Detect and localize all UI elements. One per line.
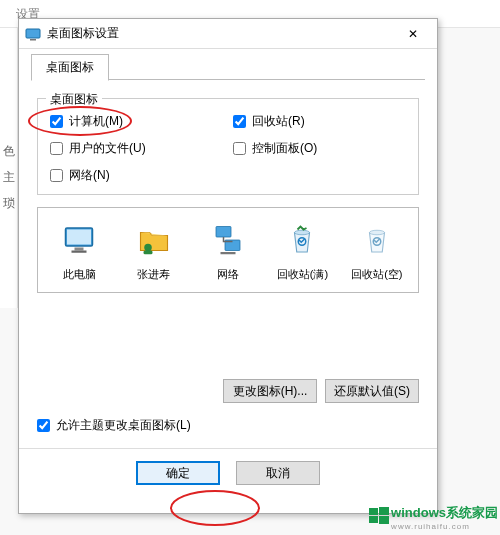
desktop-icons-dialog: 桌面图标设置 ✕ 桌面图标 桌面图标 计算机(M) 回收站(R) — [18, 18, 438, 514]
settings-sidebar: 色 主 琐 — [0, 28, 18, 308]
svg-rect-18 — [379, 516, 389, 524]
watermark: windows系统家园 www.ruihaifu.com — [369, 504, 498, 531]
dialog-icon — [25, 26, 41, 42]
close-icon: ✕ — [408, 27, 418, 41]
svg-rect-1 — [30, 39, 36, 41]
checkbox-computer[interactable]: 计算机(M) — [50, 113, 223, 130]
icon-label: 此电脑 — [63, 267, 96, 282]
svg-rect-3 — [67, 230, 91, 245]
checkbox-label: 计算机(M) — [69, 113, 123, 130]
icon-label: 回收站(空) — [351, 267, 402, 282]
svg-rect-4 — [75, 248, 84, 251]
folder-user-icon — [136, 222, 172, 261]
tab-desktop-icons[interactable]: 桌面图标 — [31, 54, 109, 81]
restore-default-button[interactable]: 还原默认值(S) — [325, 379, 419, 403]
dialog-titlebar: 桌面图标设置 ✕ — [19, 19, 437, 49]
windows-logo-icon — [369, 506, 389, 529]
groupbox-label: 桌面图标 — [46, 91, 102, 108]
icon-user-folder[interactable]: 张进寿 — [116, 218, 190, 286]
icon-recycle-empty[interactable]: 回收站(空) — [340, 218, 414, 286]
checkbox-recycle-bin[interactable]: 回收站(R) — [233, 113, 406, 130]
checkbox-network[interactable]: 网络(N) — [50, 167, 223, 184]
icon-preview-panel: 此电脑 张进寿 网络 回收站(满) — [37, 207, 419, 293]
checkbox-label: 允许主题更改桌面图标(L) — [56, 417, 191, 434]
icon-label: 张进寿 — [137, 267, 170, 282]
desktop-icons-group: 桌面图标 计算机(M) 回收站(R) 用户的文件(U) 控制面板(O) — [37, 98, 419, 195]
svg-rect-17 — [369, 516, 378, 523]
icon-this-pc[interactable]: 此电脑 — [42, 218, 116, 286]
cancel-button[interactable]: 取消 — [236, 461, 320, 485]
svg-point-11 — [295, 230, 310, 235]
checkbox-computer-input[interactable] — [50, 115, 63, 128]
icon-recycle-full[interactable]: 回收站(满) — [265, 218, 339, 286]
checkbox-allow-themes[interactable]: 允许主题更改桌面图标(L) — [37, 417, 419, 434]
checkbox-label: 回收站(R) — [252, 113, 305, 130]
svg-rect-16 — [379, 507, 389, 515]
svg-rect-0 — [26, 29, 40, 38]
icon-label: 回收站(满) — [277, 267, 328, 282]
checkbox-label: 用户的文件(U) — [69, 140, 146, 157]
svg-point-13 — [369, 230, 384, 235]
svg-rect-10 — [221, 252, 236, 254]
checkbox-user-files-input[interactable] — [50, 142, 63, 155]
monitor-icon — [61, 222, 97, 261]
svg-rect-5 — [72, 251, 87, 253]
checkbox-label: 网络(N) — [69, 167, 110, 184]
icon-network[interactable]: 网络 — [191, 218, 265, 286]
checkbox-user-files[interactable]: 用户的文件(U) — [50, 140, 223, 157]
svg-point-6 — [144, 244, 152, 252]
recycle-bin-empty-icon — [359, 222, 395, 261]
dialog-tabstrip: 桌面图标 — [19, 49, 437, 80]
checkbox-allow-themes-input[interactable] — [37, 419, 50, 432]
checkbox-control-panel-input[interactable] — [233, 142, 246, 155]
close-button[interactable]: ✕ — [393, 20, 433, 48]
svg-rect-7 — [143, 251, 152, 255]
svg-rect-8 — [216, 227, 231, 238]
checkbox-control-panel[interactable]: 控制面板(O) — [233, 140, 406, 157]
recycle-bin-full-icon — [284, 222, 320, 261]
checkbox-recycle-bin-input[interactable] — [233, 115, 246, 128]
icon-label: 网络 — [217, 267, 239, 282]
checkbox-label: 控制面板(O) — [252, 140, 317, 157]
network-icon — [210, 222, 246, 261]
watermark-url: www.ruihaifu.com — [391, 522, 498, 531]
dialog-title: 桌面图标设置 — [47, 25, 393, 42]
checkbox-network-input[interactable] — [50, 169, 63, 182]
svg-rect-15 — [369, 508, 378, 515]
ok-button[interactable]: 确定 — [136, 461, 220, 485]
watermark-brand: windows系统家园 — [391, 505, 498, 520]
change-icon-button[interactable]: 更改图标(H)... — [223, 379, 317, 403]
